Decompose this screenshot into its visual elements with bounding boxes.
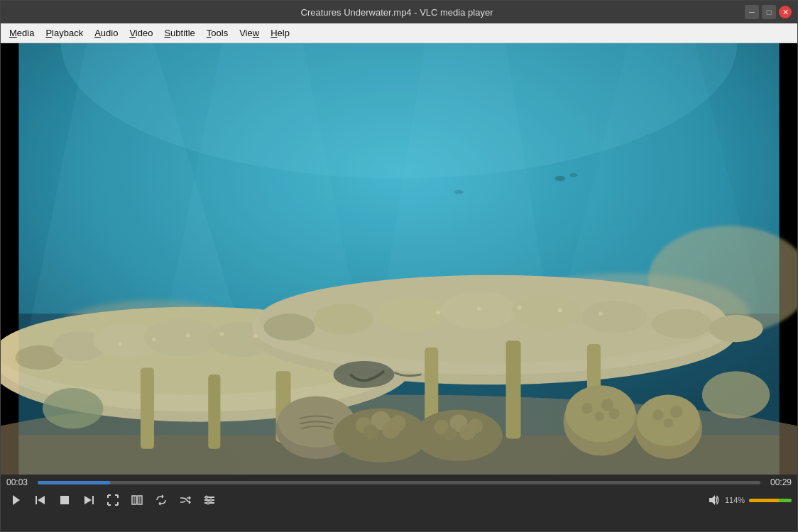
menu-item-audio[interactable]: Audio — [89, 26, 124, 40]
volume-area: 114% — [705, 494, 792, 506]
volume-bar-overflow-fill — [779, 499, 792, 502]
left-controls — [6, 490, 219, 510]
window-controls: ─ □ ✕ — [745, 5, 792, 19]
frame-advance-button[interactable] — [127, 490, 147, 510]
buttons-row: 114% — [6, 490, 792, 510]
menu-item-view[interactable]: View — [234, 26, 265, 40]
volume-bar-fill — [749, 499, 779, 502]
svg-marker-84 — [38, 496, 45, 504]
menu-item-tools[interactable]: Tools — [201, 26, 234, 40]
window-title: Creatures Underwater.mp4 - VLC media pla… — [49, 7, 745, 18]
loop-button[interactable] — [151, 490, 171, 510]
volume-bar[interactable] — [749, 499, 792, 502]
maximize-button[interactable]: □ — [762, 5, 776, 19]
menu-item-help[interactable]: Help — [265, 26, 295, 40]
svg-marker-82 — [13, 495, 20, 505]
stop-button[interactable] — [55, 490, 75, 510]
svg-rect-85 — [60, 496, 69, 504]
menu-bar: Media Playback Audio Video Subtitle Tool… — [1, 23, 797, 43]
svg-marker-86 — [84, 496, 92, 504]
video-frame — [1, 43, 797, 475]
right-controls: 114% — [705, 494, 792, 506]
svg-point-96 — [209, 499, 212, 501]
svg-rect-87 — [92, 496, 94, 504]
minimize-button[interactable]: ─ — [745, 5, 759, 19]
progress-bar-fill — [38, 481, 110, 484]
volume-button[interactable] — [705, 494, 722, 506]
close-button[interactable]: ✕ — [779, 6, 792, 18]
app-window: Creatures Underwater.mp4 - VLC media pla… — [0, 0, 798, 532]
svg-point-95 — [205, 496, 208, 499]
volume-percentage: 114% — [725, 496, 746, 504]
current-time: 00:03 — [6, 477, 32, 487]
fullscreen-button[interactable] — [103, 490, 123, 510]
svg-marker-98 — [709, 495, 715, 505]
extended-settings-button[interactable] — [200, 490, 219, 510]
menu-item-video[interactable]: Video — [124, 26, 158, 40]
menu-item-playback[interactable]: Playback — [40, 26, 89, 40]
shuffle-button[interactable] — [175, 490, 195, 510]
svg-point-97 — [207, 501, 209, 504]
progress-bar[interactable] — [38, 481, 760, 484]
previous-button[interactable] — [31, 490, 50, 510]
menu-item-media[interactable]: Media — [4, 26, 40, 40]
next-button[interactable] — [79, 490, 99, 510]
controls-bar: 00:03 00:29 — [1, 475, 797, 531]
video-area[interactable] — [1, 43, 797, 475]
play-button[interactable] — [6, 490, 26, 510]
timeline-row: 00:03 00:29 — [6, 477, 792, 487]
total-time: 00:29 — [766, 477, 792, 487]
menu-item-subtitle[interactable]: Subtitle — [158, 26, 200, 40]
svg-rect-83 — [35, 496, 37, 504]
title-bar: Creatures Underwater.mp4 - VLC media pla… — [1, 1, 797, 23]
